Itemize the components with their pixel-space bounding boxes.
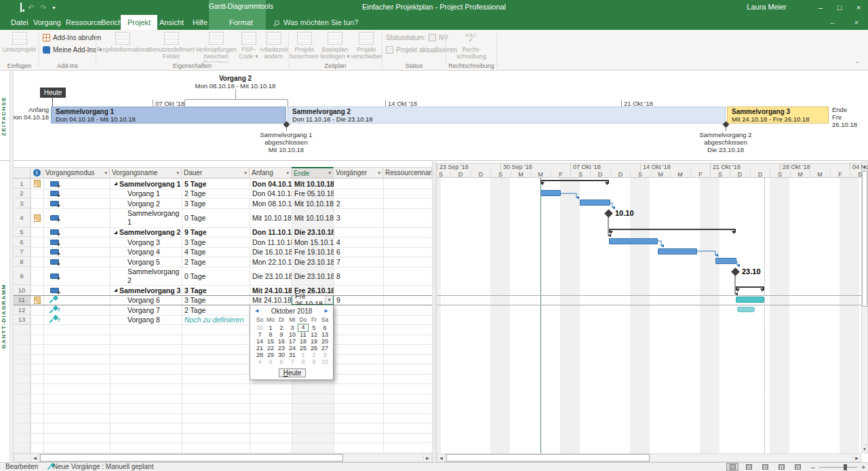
calendar-day[interactable]: 6: [319, 324, 330, 331]
chart-vscroll-down-icon[interactable]: ▼: [861, 445, 868, 453]
start-cell[interactable]: Mon 22.10.18: [250, 257, 292, 267]
collapse-triangle-icon[interactable]: [114, 231, 117, 234]
calendar-day[interactable]: 30: [276, 352, 287, 358]
end-cell[interactable]: Die 23.10.18: [292, 267, 334, 285]
resource-cell[interactable]: [383, 178, 432, 189]
filter-dropdown-icon[interactable]: ▾: [104, 170, 107, 176]
manual-task-bar[interactable]: [737, 307, 755, 312]
start-cell[interactable]: Die 16.10.18: [250, 247, 292, 257]
start-cell[interactable]: Don 11.10.18: [250, 227, 292, 237]
end-cell[interactable]: Fre 19.10.18: [292, 247, 334, 257]
collapse-triangle-icon[interactable]: [114, 182, 117, 185]
duration-cell[interactable]: 2 Tage: [182, 305, 250, 315]
table-hscroll-thumb[interactable]: [40, 454, 343, 461]
column-header-vorgangsmodus[interactable]: Vorgangsmodus▾: [43, 167, 110, 178]
tab-ressource[interactable]: Ressource: [66, 15, 102, 30]
task-mode-cell[interactable]: [43, 208, 110, 227]
row-number[interactable]: 4: [14, 208, 31, 227]
row-number[interactable]: 7: [14, 247, 31, 257]
filter-dropdown-icon[interactable]: ▾: [378, 170, 380, 176]
duration-cell[interactable]: 0 Tage: [182, 267, 250, 285]
row-number[interactable]: 9: [14, 267, 31, 285]
date-picker[interactable]: ◀ Oktober 2018 ▶ Heute SoMoDiMiDoFrSa301…: [250, 305, 334, 380]
table-hscroll-right-icon[interactable]: ▶: [423, 453, 432, 462]
row-number[interactable]: 8: [14, 257, 31, 267]
collapse-triangle-icon[interactable]: [114, 288, 117, 292]
task-name-cell[interactable]: Vorgang 3: [110, 237, 182, 247]
zoom-slider-track[interactable]: [819, 467, 857, 468]
end-cell[interactable]: Die 23.10.18: [292, 227, 334, 237]
summary-bar[interactable]: [540, 180, 609, 184]
chart-hscroll-right-icon[interactable]: ▶: [852, 453, 861, 462]
task-mode-cell[interactable]: [43, 285, 110, 295]
zoom-in-button[interactable]: +: [861, 463, 865, 471]
resource-cell[interactable]: [383, 305, 432, 315]
calendar-day[interactable]: 13: [319, 331, 330, 338]
start-cell[interactable]: Mit 10.10.18: [250, 208, 292, 227]
chart-vscroll-thumb[interactable]: [862, 171, 867, 307]
calendar-day[interactable]: 3: [319, 352, 330, 358]
predecessor-cell[interactable]: [334, 227, 383, 237]
zoom-out-button[interactable]: –: [811, 463, 815, 471]
tell-me-search[interactable]: Was möchten Sie tun?: [275, 15, 358, 30]
task-bar[interactable]: [580, 200, 610, 206]
calendar-day[interactable]: 22: [265, 345, 276, 352]
end-cell[interactable]: Mit 10.10.18: [292, 208, 334, 227]
task-mode-cell[interactable]: [43, 189, 110, 198]
task-name-cell[interactable]: Vorgang 6: [110, 295, 182, 305]
calendar-day[interactable]: 31: [287, 352, 298, 358]
row-number[interactable]: 12: [14, 305, 31, 315]
task-mode-cell[interactable]: [43, 178, 110, 189]
task-mode-cell[interactable]: [43, 237, 110, 247]
end-cell-editing[interactable]: Fre 26.10.18▾: [292, 295, 334, 305]
doc-close-button[interactable]: ×: [848, 15, 865, 30]
minimize-button[interactable]: –: [811, 0, 830, 15]
task-bar[interactable]: [715, 258, 736, 264]
resource-cell[interactable]: [383, 237, 432, 247]
resource-cell[interactable]: [383, 267, 432, 285]
timeline-bar-sammelvorgang-3[interactable]: Sammelvorgang 3Mit 24.10.18 - Fre 26.10.…: [727, 107, 829, 124]
predecessor-cell[interactable]: [334, 285, 383, 295]
tab-vorgang[interactable]: Vorgang: [33, 15, 61, 30]
start-cell[interactable]: Don 04.10.18: [250, 178, 292, 189]
calendar-day[interactable]: 17: [287, 338, 298, 345]
calendar-day[interactable]: 4: [254, 358, 265, 365]
task-bar[interactable]: [658, 248, 697, 255]
resource-cell[interactable]: [383, 315, 432, 324]
table-hscroll-left-icon[interactable]: ◀: [31, 453, 39, 462]
row-number[interactable]: 10: [14, 285, 31, 295]
calendar-day[interactable]: 28: [254, 352, 265, 358]
chart-hscroll-left-icon[interactable]: ◀: [437, 453, 446, 462]
calendar-day[interactable]: 30: [254, 324, 265, 331]
predecessor-cell[interactable]: 6: [334, 247, 383, 257]
calendar-day[interactable]: 14: [254, 338, 265, 345]
end-cell[interactable]: Mon 15.10.18: [292, 237, 334, 247]
row-number[interactable]: 13: [14, 315, 31, 324]
tab-hilfe[interactable]: Hilfe: [193, 15, 208, 30]
resource-cell[interactable]: [383, 208, 432, 227]
calendar-day[interactable]: 5: [265, 358, 276, 365]
task-name-cell[interactable]: Sammelvorgang 2 abgeschlossen: [110, 267, 182, 285]
summary-bar[interactable]: [736, 286, 764, 290]
calendar-day[interactable]: 15: [265, 338, 276, 345]
tab-format[interactable]: Format: [229, 15, 253, 30]
predecessor-cell[interactable]: 2: [334, 198, 383, 208]
calendar-day[interactable]: 26: [309, 345, 319, 352]
task-name-cell[interactable]: Sammelvorgang 1 abgeschlossen: [110, 208, 182, 227]
duration-cell[interactable]: 3 Tage: [182, 237, 250, 247]
calendar-day[interactable]: 7: [254, 331, 265, 338]
column-header-vorgangsname[interactable]: Vorgangsname▾: [110, 167, 182, 178]
view-gantt-button[interactable]: [726, 463, 738, 471]
duration-cell[interactable]: 3 Tage: [182, 285, 250, 295]
account-name[interactable]: Laura Meier: [747, 3, 787, 11]
task-mode-cell[interactable]: ?: [43, 315, 110, 324]
end-cell[interactable]: Die 23.10.18: [292, 257, 334, 267]
task-mode-cell[interactable]: [43, 247, 110, 257]
task-mode-cell[interactable]: ?: [43, 305, 110, 315]
timeline-bar-sammelvorgang-1[interactable]: Sammelvorgang 1Don 04.10.18 - Mit 10.10.…: [51, 107, 286, 124]
task-name-cell[interactable]: Vorgang 7: [110, 305, 182, 315]
save-icon[interactable]: [20, 4, 22, 12]
calendar-day[interactable]: 18: [298, 338, 309, 345]
predecessor-cell[interactable]: 8: [334, 267, 383, 285]
redo-icon[interactable]: ↷: [40, 4, 46, 12]
